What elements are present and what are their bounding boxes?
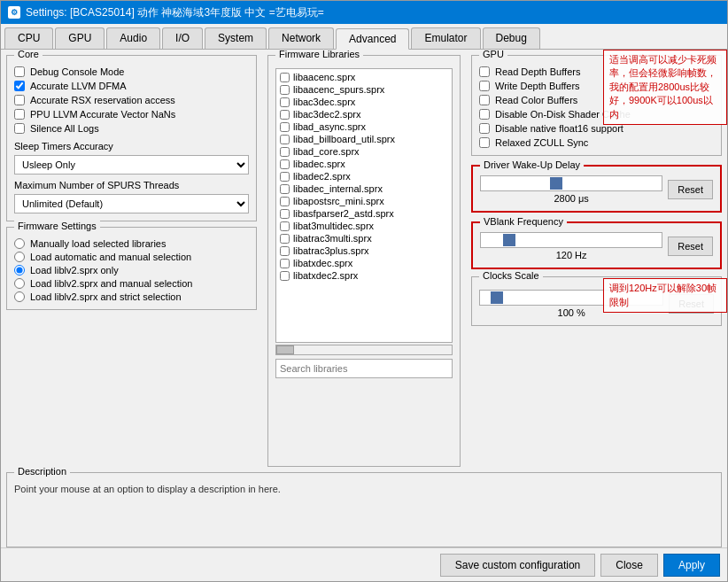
vblank-section: VBlank Frequency 120 Hz Reset [471, 221, 722, 269]
checkbox-float16-input[interactable] [479, 123, 490, 134]
driver-wakeup-slider-row: 2800 μs Reset [480, 175, 713, 204]
driver-wakeup-track[interactable] [480, 175, 662, 191]
firmware-list-scrollbar-h[interactable] [275, 345, 453, 355]
tab-network[interactable]: Network [268, 27, 334, 49]
checkbox-llvm-dfma-input[interactable] [14, 81, 25, 91]
title-bar: ⚙ Settings: [BCAS25014] 动作 神秘海域3年度版 中文 =… [1, 1, 727, 24]
tab-cpu[interactable]: CPU [4, 27, 53, 49]
vblank-reset-button[interactable]: Reset [668, 237, 713, 256]
list-item: libatxdec.sprx [278, 257, 450, 269]
tab-audio[interactable]: Audio [106, 27, 160, 49]
checkbox-read-depth-input[interactable] [479, 66, 490, 77]
sleep-timer-select[interactable]: Usleep Only As Host All Timers [14, 155, 249, 175]
radio-auto-manual: Load automatic and manual selection [14, 252, 249, 262]
checkbox-write-depth-input[interactable] [479, 81, 490, 91]
tab-system[interactable]: System [205, 27, 267, 49]
checkbox-write-depth-label: Write Depth Buffers [495, 81, 580, 91]
tab-advanced[interactable]: Advanced [336, 28, 409, 50]
vblank-track[interactable] [480, 232, 662, 248]
firmware-libraries-title: Firmware Libraries [275, 50, 363, 59]
main-content: Core Debug Console Mode Accurate LLVM DF… [1, 50, 727, 472]
checkbox-rsx-input[interactable] [14, 95, 25, 105]
tab-io[interactable]: I/O [162, 27, 203, 49]
checkbox-read-color-label: Read Color Buffers [495, 95, 577, 105]
radio-liblv2-manual-label: Load liblv2.sprx and manual selection [30, 278, 192, 289]
checkbox-shader-cache-input[interactable] [479, 109, 490, 120]
list-item: libac3dec.sprx [278, 96, 450, 108]
firmware-list[interactable]: libaacenc.sprx libaacenc_spurs.sprx liba… [275, 68, 453, 343]
checkbox-silence-input[interactable] [14, 123, 25, 134]
firmware-settings-title: Firmware Settings [14, 221, 100, 231]
apply-button[interactable]: Apply [663, 554, 720, 577]
scrollbar-thumb-h[interactable] [276, 345, 294, 354]
core-section: Core Debug Console Mode Accurate LLVM DF… [6, 55, 257, 221]
vblank-title: VBlank Frequency [480, 216, 567, 227]
annotation-top-right: 适当调高可以减少卡死频率，但会轻微影响帧数，我的配置用2800us比较好，990… [603, 50, 727, 125]
annotation-bottom: 调到120Hz可以解除30帧限制 [603, 278, 727, 313]
tab-bar: CPU GPU Audio I/O System Network Advance… [1, 24, 727, 50]
core-section-title: Core [14, 50, 43, 59]
checkbox-ppu-llvm: PPU LLVM Accurate Vector NaNs [14, 109, 249, 120]
radio-liblv2-strict-input[interactable] [14, 291, 25, 302]
checkbox-debug-console-label: Debug Console Mode [30, 66, 124, 77]
bottom-bar: Save custom configuration Close Apply [1, 547, 727, 581]
checkbox-read-color-input[interactable] [479, 95, 490, 105]
list-item: libapostsrc_mini.sprx [278, 195, 450, 207]
description-text: Point your mouse at an option to display… [14, 484, 714, 494]
sleep-timer-label: Sleep Timers Accuracy [14, 141, 249, 151]
checkbox-llvm-dfma: Accurate LLVM DFMA [14, 81, 249, 91]
driver-wakeup-title: Driver Wake-Up Delay [480, 159, 584, 170]
left-panel: Core Debug Console Mode Accurate LLVM DF… [1, 50, 262, 472]
window-icon: ⚙ [8, 6, 20, 19]
vblank-value: 120 Hz [556, 250, 587, 260]
tab-debug[interactable]: Debug [483, 27, 540, 49]
save-custom-config-button[interactable]: Save custom configuration [440, 554, 595, 577]
clocks-thumb[interactable] [491, 291, 503, 304]
clocks-scale-title: Clocks Scale [479, 270, 543, 281]
list-item: libadec_internal.sprx [278, 182, 450, 195]
tab-emulator[interactable]: Emulator [411, 27, 480, 49]
description-title: Description [14, 466, 70, 477]
middle-panel: Firmware Libraries libaacenc.sprx libaac… [262, 50, 466, 472]
main-window: ⚙ Settings: [BCAS25014] 动作 神秘海域3年度版 中文 =… [0, 0, 728, 582]
search-libraries-input[interactable] [275, 359, 453, 378]
list-item: libad_core.sprx [278, 145, 450, 158]
radio-liblv2-manual-input[interactable] [14, 278, 25, 289]
window-title: Settings: [BCAS25014] 动作 神秘海域3年度版 中文 =艺电… [26, 5, 324, 20]
list-item: libat3multidec.sprx [278, 220, 450, 232]
driver-wakeup-section: Driver Wake-Up Delay 2800 μs Reset [471, 165, 722, 213]
checkbox-llvm-dfma-label: Accurate LLVM DFMA [30, 81, 127, 91]
radio-auto-manual-input[interactable] [14, 252, 25, 262]
checkbox-relaxed-zcull: Relaxed ZCULL Sync [479, 137, 714, 148]
driver-wakeup-slider-wrapper: 2800 μs [480, 175, 662, 204]
vblank-thumb[interactable] [503, 234, 515, 246]
list-item: libasfparser2_astd.sprx [278, 207, 450, 220]
spurs-label: Maximum Number of SPURS Threads [14, 180, 249, 190]
description-container: Description Point your mouse at an optio… [1, 472, 727, 547]
list-item: libatrac3multi.sprx [278, 232, 450, 244]
driver-wakeup-thumb[interactable] [550, 177, 562, 190]
tab-gpu[interactable]: GPU [55, 27, 105, 49]
vblank-slider-wrapper: 120 Hz [480, 232, 662, 260]
radio-liblv2-only-input[interactable] [14, 265, 25, 275]
radio-auto-manual-label: Load automatic and manual selection [30, 252, 191, 262]
checkbox-zcull-input[interactable] [479, 137, 490, 148]
checkbox-zcull-label: Relaxed ZCULL Sync [495, 137, 588, 148]
driver-wakeup-reset-button[interactable]: Reset [668, 180, 713, 199]
radio-liblv2-only: Load liblv2.sprx only [14, 265, 249, 275]
list-item: libatrac3plus.sprx [278, 244, 450, 257]
checkbox-ppu-input[interactable] [14, 109, 25, 120]
list-item: libadec.sprx [278, 158, 450, 170]
close-button[interactable]: Close [600, 554, 658, 577]
list-item: libatxdec2.sprx [278, 269, 450, 282]
checkbox-read-depth-label: Read Depth Buffers [495, 66, 580, 77]
radio-liblv2-strict-label: Load liblv2.sprx and strict selection [30, 291, 182, 302]
radio-manually-input[interactable] [14, 238, 25, 249]
firmware-settings-section: Firmware Settings Manually load selected… [6, 227, 257, 310]
radio-liblv2-strict: Load liblv2.sprx and strict selection [14, 291, 249, 302]
list-item: libaacenc.sprx [278, 71, 450, 83]
spurs-select[interactable]: Unlimited (Default) 543 210 [14, 194, 249, 213]
checkbox-debug-console-input[interactable] [14, 66, 25, 77]
right-panel: 适当调高可以减少卡死频率，但会轻微影响帧数，我的配置用2800us比较好，990… [466, 50, 727, 472]
list-item: libad_billboard_util.sprx [278, 133, 450, 145]
